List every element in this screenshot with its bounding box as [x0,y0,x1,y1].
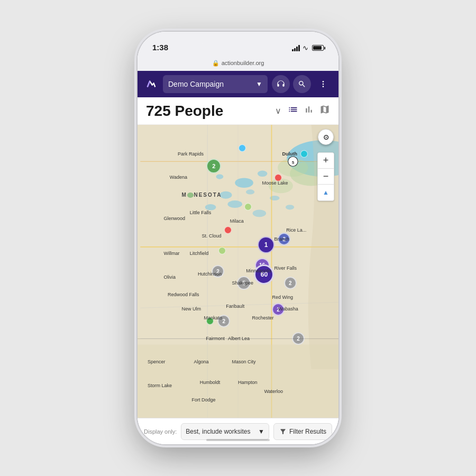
zoom-out-button[interactable]: − [318,169,334,185]
svg-point-17 [269,179,293,194]
svg-point-6 [219,191,232,199]
marker-blue-1[interactable] [239,144,246,152]
filter-button[interactable]: Filter Results [273,423,332,440]
view-icons [288,104,330,117]
compass-button[interactable]: ▲ [318,185,334,200]
zoom-in-button[interactable]: + [318,153,334,169]
url-text: actionbuilder.org [222,60,264,66]
svg-point-5 [235,178,253,187]
svg-point-1 [323,84,324,85]
svg-rect-27 [138,345,338,418]
list-view-button[interactable] [288,104,298,117]
marker-rochester[interactable]: 2 [272,303,285,316]
marker-central-green[interactable] [218,247,226,254]
status-time: 1:38 [152,43,168,52]
svg-point-11 [205,204,216,210]
marker-duluth[interactable] [300,150,308,158]
svg-point-0 [323,81,324,83]
marker-mpls-60[interactable]: 60 [254,264,274,285]
map-controls: ⊙ + − ▲ [317,129,334,201]
marker-winona[interactable] [206,317,214,325]
marker-mpls-2[interactable]: 2 [278,233,290,245]
svg-text:5: 5 [292,160,295,165]
svg-point-7 [258,171,267,177]
svg-point-2 [323,86,324,87]
svg-point-9 [227,200,242,208]
marker-stcloud-orange[interactable] [224,226,232,234]
state-border [138,338,338,339]
svg-point-10 [246,189,254,194]
screen: 🔒 actionbuilder.org Demo Campaign ▼ [138,55,338,444]
more-button[interactable] [314,75,332,93]
map-view-button[interactable] [319,104,330,117]
people-count: 725 People [146,103,275,120]
marker-mankato[interactable]: 2 [217,315,230,327]
header-icons [272,75,332,93]
wifi-icon: ∿ [303,44,308,52]
selector-chevron-icon: ▼ [258,428,264,435]
lock-icon: 🔒 [212,60,219,67]
notch [198,32,278,47]
phone-shell: 1:38 ∿ 🔒 actionbuilder.org [138,32,338,444]
svg-point-8 [216,174,223,179]
filter-chevron-icon[interactable]: ∨ [275,106,281,116]
status-icons: ∿ [292,44,324,52]
url-bar: 🔒 actionbuilder.org [138,55,338,71]
list-header: 725 People ∨ [138,97,338,125]
campaign-chevron-icon: ▼ [256,80,262,88]
campaign-selector[interactable]: Demo Campaign ▼ [163,75,268,93]
svg-point-14 [286,205,294,209]
home-indicator [206,439,270,441]
display-selector[interactable]: Best, include worksites ▼ [181,423,269,440]
svg-point-12 [253,209,266,217]
filter-label: Filter Results [289,428,326,435]
selector-value: Best, include worksites [186,428,250,435]
chart-view-button[interactable] [304,104,314,117]
marker-river-falls[interactable]: 2 [284,277,297,289]
headset-button[interactable] [272,75,290,93]
app-header: Demo Campaign ▼ [138,71,338,97]
marker-hutchinson[interactable]: 2 [212,265,224,278]
marker-cluster-5[interactable]: 5 [237,276,251,290]
marker-mpls-1[interactable]: 1 [258,236,274,253]
campaign-name: Demo Campaign [168,80,253,88]
search-button[interactable] [293,75,311,93]
header-actions: ∨ [275,104,330,117]
battery-icon [312,45,324,51]
map-container[interactable]: 5 2 [138,125,338,418]
zoom-controls: + − ▲ [317,152,334,201]
signal-bars-icon [292,45,300,51]
marker-park-rapids[interactable]: 2 [206,159,221,173]
location-button[interactable]: ⊙ [318,129,334,145]
marker-milaca[interactable] [244,203,252,210]
display-only-label: Display only: [144,428,177,435]
marker-moose-lake[interactable] [274,174,282,181]
app-logo [144,77,159,91]
